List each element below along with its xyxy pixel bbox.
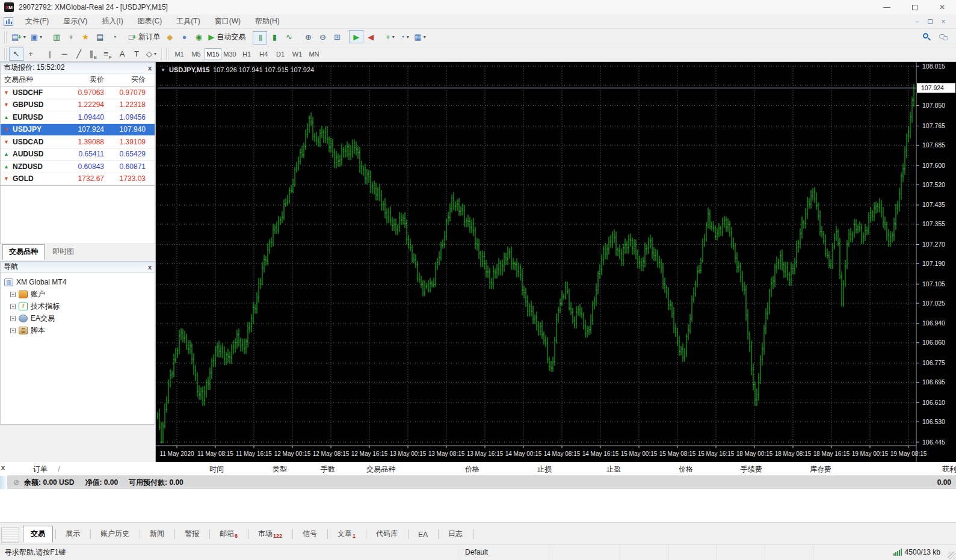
timeframe-m5-button[interactable]: M5 [188,48,205,60]
menu-w[interactable]: 窗口(W) [208,15,248,27]
label-tool-button[interactable]: T [129,48,144,61]
horizontal-line-tool-button[interactable]: ─ [57,48,72,61]
terminal-tab-11[interactable]: EA [410,528,436,543]
market-watch-row-eurusd[interactable]: ▲EURUSD1.094401.09456 [1,111,155,124]
timeframe-w1-button[interactable]: W1 [289,48,306,60]
navigator-item-expert-advisor[interactable]: +EA交易 [10,312,155,324]
menu-v[interactable]: 显示(V) [56,15,94,27]
candlestick-button[interactable]: ▮ [267,30,282,43]
timeframe-mn-button[interactable]: MN [306,48,322,60]
dropdown-arrow-icon[interactable]: ▾ [407,34,409,40]
column-价格[interactable]: 价格 [657,464,693,475]
column-手数[interactable]: 手数 [299,464,335,475]
navigator-item-script[interactable]: +≣脚本 [10,324,155,336]
tile-windows-button[interactable]: ⊞ [330,30,344,43]
maximize-button[interactable] [901,0,928,14]
auto-scroll-button[interactable]: ▶ [349,30,363,43]
terminal-tab-3[interactable]: 账户历史 [93,526,137,543]
profiles-button[interactable]: ▣▾ [28,30,45,43]
expand-icon[interactable]: + [10,328,16,333]
status-profile[interactable]: Default [460,544,549,560]
menu-t[interactable]: 工具(T) [169,15,207,27]
trendline-tool-button[interactable]: ╱ [72,48,86,61]
column-symbol[interactable]: 交易品种 [1,75,68,85]
dropdown-arrow-icon[interactable]: ▾ [392,34,395,40]
close-icon[interactable]: x [1,464,5,471]
column-止盈[interactable]: 止盈 [585,464,621,475]
column-时间[interactable]: 时间 [188,464,224,475]
text-tool-button[interactable]: A [115,48,129,61]
terminal-tab-8[interactable]: 信号 [295,526,325,543]
terminal-tab-2[interactable]: 展示 [58,526,88,543]
dropdown-arrow-icon[interactable]: ▾ [424,34,426,40]
shapes-tool-button[interactable]: ◇▾ [144,48,159,61]
column-ask[interactable]: 买价 [109,75,150,85]
navigator-root-item[interactable]: ▥ XM Global MT4 [4,276,155,288]
strategy-tester-button[interactable]: ◔ [107,30,122,43]
close-icon[interactable]: x [148,263,152,271]
new-order-button[interactable]: □+新订单 [126,30,162,43]
chart-menu-icon[interactable]: ▼ [161,67,165,73]
line-chart-button[interactable]: ∿ [282,30,296,43]
terminal-tab-4[interactable]: 新闻 [142,526,172,543]
resize-grip[interactable] [948,552,955,559]
menu-f[interactable]: 文件(F) [18,15,56,27]
child-close-button[interactable]: × [937,16,950,27]
menu-h[interactable]: 帮助(H) [248,15,287,27]
metaeditor-button[interactable]: ◆ [162,30,177,43]
timeframe-m1-button[interactable]: M1 [171,48,188,60]
toolbar-grip[interactable] [166,48,169,60]
navigator-toggle-button[interactable]: ★ [78,30,93,43]
status-connection[interactable]: 4500/13 kb [813,544,956,560]
close-button[interactable]: ✕ [928,0,956,14]
periods-button[interactable]: ◔▾ [397,30,412,43]
column-bid[interactable]: 卖价 [68,75,109,85]
search-icon[interactable] [922,33,931,42]
column-获利[interactable]: 获利 [921,464,956,475]
menu-c[interactable]: 图表(C) [131,15,170,27]
navigator-item-accounts[interactable]: +账户 [10,288,155,300]
chat-icon[interactable] [939,34,949,42]
navigator-item-indicator-f[interactable]: +f技术指标 [10,300,155,312]
autotrading-button[interactable]: ▶自动交易 [206,30,248,43]
toolbar-grip[interactable] [4,31,7,43]
column-order[interactable]: 订单 / [33,464,60,475]
templates-button[interactable]: ▦▾ [412,30,428,43]
data-window-button[interactable]: + [64,30,78,43]
dropdown-arrow-icon[interactable]: ▾ [23,34,26,40]
expand-icon[interactable]: + [10,304,16,309]
market-watch-row-nzdusd[interactable]: ▲NZDUSD0.608430.60871 [1,161,155,173]
channel-tool-button[interactable]: ∥E [86,48,100,61]
child-minimize-button[interactable]: – [910,16,924,27]
crosshair-tool-button[interactable]: + [23,48,38,61]
vertical-line-tool-button[interactable]: | [43,48,57,61]
close-icon[interactable]: x [148,64,152,72]
chart-window[interactable]: 108.015107.850107.765107.685107.600107.5… [156,62,956,462]
zoom-out-button[interactable]: ⊖ [315,30,330,43]
market-watch-row-usdcad[interactable]: ▼USDCAD1.390881.39109 [1,136,155,149]
expand-icon[interactable]: + [10,292,16,297]
timeframe-d1-button[interactable]: D1 [272,48,289,60]
terminal-tab-6[interactable]: 邮箱6 [212,526,245,543]
column-类型[interactable]: 类型 [251,464,287,475]
timeframe-h1-button[interactable]: H1 [238,48,255,60]
bar-chart-button[interactable]: ||| [253,31,267,45]
community-button[interactable]: ● [177,30,191,43]
toolbar-grip[interactable] [4,48,7,60]
column-手续费[interactable]: 手续费 [726,464,762,475]
expand-icon[interactable]: + [10,316,16,321]
terminal-toggle-button[interactable]: ▤ [93,30,107,43]
market-watch-row-audusd[interactable]: ▲AUDUSD0.654110.65429 [1,149,155,161]
dropdown-arrow-icon[interactable]: ▾ [154,51,156,57]
column-库存费[interactable]: 库存费 [795,464,831,475]
column-止损[interactable]: 止损 [516,464,552,475]
column-价格[interactable]: 价格 [443,464,480,475]
terminal-tab-12[interactable]: 日志 [440,526,470,543]
terminal-tab-10[interactable]: 代码库 [368,526,406,543]
indicators-button[interactable]: +▾ [383,30,397,43]
market-watch-row-usdchf[interactable]: ▼USDCHF0.970630.97079 [1,87,155,99]
menu-i[interactable]: 插入(I) [94,15,130,27]
chart-shift-button[interactable]: ◀ [363,30,378,43]
fibonacci-tool-button[interactable]: ≡F [100,48,115,61]
data-center-button[interactable]: ◉ [191,30,206,43]
